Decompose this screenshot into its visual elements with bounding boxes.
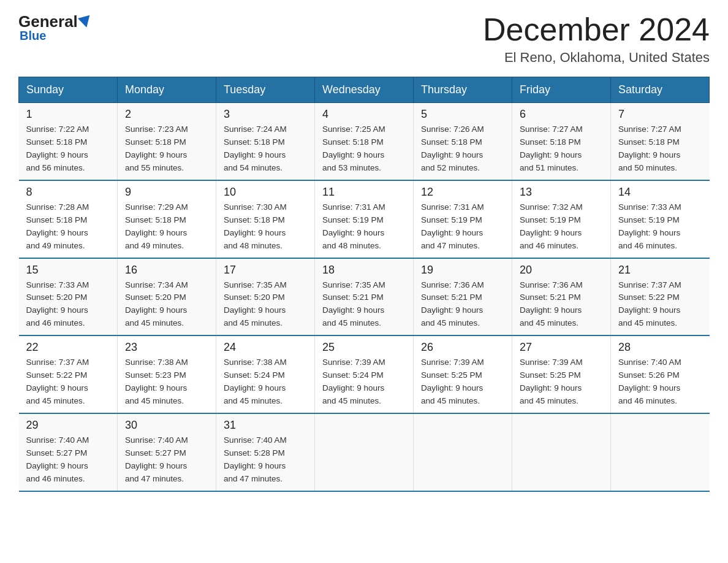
day-number: 14: [618, 186, 702, 199]
day-info: Sunrise: 7:28 AM Sunset: 5:18 PM Dayligh…: [26, 201, 110, 253]
day-info: Sunrise: 7:23 AM Sunset: 5:18 PM Dayligh…: [125, 123, 208, 175]
calendar-cell: [414, 413, 512, 491]
page-header: General Blue December 2024 El Reno, Okla…: [18, 12, 710, 66]
day-number: 1: [26, 108, 110, 121]
day-number: 16: [125, 264, 208, 277]
calendar-cell: [611, 413, 710, 491]
calendar-cell: 26 Sunrise: 7:39 AM Sunset: 5:25 PM Dayl…: [414, 335, 512, 413]
calendar-cell: 9 Sunrise: 7:29 AM Sunset: 5:18 PM Dayli…: [118, 180, 216, 258]
day-number: 6: [520, 108, 603, 121]
day-info: Sunrise: 7:39 AM Sunset: 5:24 PM Dayligh…: [322, 356, 406, 408]
calendar-cell: 16 Sunrise: 7:34 AM Sunset: 5:20 PM Dayl…: [118, 258, 216, 336]
day-info: Sunrise: 7:40 AM Sunset: 5:27 PM Dayligh…: [26, 434, 110, 486]
calendar-cell: 11 Sunrise: 7:31 AM Sunset: 5:19 PM Dayl…: [315, 180, 414, 258]
logo: General Blue: [18, 12, 93, 43]
calendar-week-5: 29 Sunrise: 7:40 AM Sunset: 5:27 PM Dayl…: [19, 413, 710, 491]
calendar-week-4: 22 Sunrise: 7:37 AM Sunset: 5:22 PM Dayl…: [19, 335, 710, 413]
day-number: 13: [520, 186, 603, 199]
day-number: 11: [322, 186, 406, 199]
day-info: Sunrise: 7:39 AM Sunset: 5:25 PM Dayligh…: [421, 356, 504, 408]
day-info: Sunrise: 7:31 AM Sunset: 5:19 PM Dayligh…: [421, 201, 504, 253]
day-info: Sunrise: 7:36 AM Sunset: 5:21 PM Dayligh…: [520, 279, 603, 331]
day-number: 24: [224, 341, 307, 354]
calendar-cell: 30 Sunrise: 7:40 AM Sunset: 5:27 PM Dayl…: [118, 413, 216, 491]
day-info: Sunrise: 7:36 AM Sunset: 5:21 PM Dayligh…: [421, 279, 504, 331]
day-info: Sunrise: 7:38 AM Sunset: 5:23 PM Dayligh…: [125, 356, 208, 408]
header-thursday: Thursday: [414, 77, 512, 103]
day-info: Sunrise: 7:35 AM Sunset: 5:21 PM Dayligh…: [322, 279, 406, 331]
day-info: Sunrise: 7:39 AM Sunset: 5:25 PM Dayligh…: [520, 356, 603, 408]
title-block: December 2024 El Reno, Oklahoma, United …: [483, 12, 710, 66]
calendar-cell: 1 Sunrise: 7:22 AM Sunset: 5:18 PM Dayli…: [19, 103, 118, 180]
calendar-cell: 18 Sunrise: 7:35 AM Sunset: 5:21 PM Dayl…: [315, 258, 414, 336]
calendar-cell: 4 Sunrise: 7:25 AM Sunset: 5:18 PM Dayli…: [315, 103, 414, 180]
calendar-cell: 13 Sunrise: 7:32 AM Sunset: 5:19 PM Dayl…: [512, 180, 611, 258]
calendar-week-1: 1 Sunrise: 7:22 AM Sunset: 5:18 PM Dayli…: [19, 103, 710, 180]
day-number: 8: [26, 186, 110, 199]
day-number: 21: [618, 264, 702, 277]
calendar-cell: 15 Sunrise: 7:33 AM Sunset: 5:20 PM Dayl…: [19, 258, 118, 336]
day-info: Sunrise: 7:40 AM Sunset: 5:27 PM Dayligh…: [125, 434, 208, 486]
header-wednesday: Wednesday: [315, 77, 414, 103]
day-info: Sunrise: 7:38 AM Sunset: 5:24 PM Dayligh…: [224, 356, 307, 408]
calendar-cell: 10 Sunrise: 7:30 AM Sunset: 5:18 PM Dayl…: [216, 180, 315, 258]
day-number: 10: [224, 186, 307, 199]
day-info: Sunrise: 7:30 AM Sunset: 5:18 PM Dayligh…: [224, 201, 307, 253]
day-number: 17: [224, 264, 307, 277]
header-monday: Monday: [118, 77, 216, 103]
calendar-cell: 6 Sunrise: 7:27 AM Sunset: 5:18 PM Dayli…: [512, 103, 611, 180]
day-info: Sunrise: 7:26 AM Sunset: 5:18 PM Dayligh…: [421, 123, 504, 175]
calendar-cell: 2 Sunrise: 7:23 AM Sunset: 5:18 PM Dayli…: [118, 103, 216, 180]
calendar-cell: 3 Sunrise: 7:24 AM Sunset: 5:18 PM Dayli…: [216, 103, 315, 180]
calendar-cell: 7 Sunrise: 7:27 AM Sunset: 5:18 PM Dayli…: [611, 103, 710, 180]
calendar-week-3: 15 Sunrise: 7:33 AM Sunset: 5:20 PM Dayl…: [19, 258, 710, 336]
day-number: 3: [224, 108, 307, 121]
calendar-cell: 8 Sunrise: 7:28 AM Sunset: 5:18 PM Dayli…: [19, 180, 118, 258]
day-info: Sunrise: 7:25 AM Sunset: 5:18 PM Dayligh…: [322, 123, 406, 175]
day-info: Sunrise: 7:33 AM Sunset: 5:20 PM Dayligh…: [26, 279, 110, 331]
logo-blue-text: Blue: [20, 29, 46, 43]
calendar-week-2: 8 Sunrise: 7:28 AM Sunset: 5:18 PM Dayli…: [19, 180, 710, 258]
calendar-table: SundayMondayTuesdayWednesdayThursdayFrid…: [18, 77, 710, 491]
header-saturday: Saturday: [611, 77, 710, 103]
day-number: 22: [26, 341, 110, 354]
day-number: 31: [224, 419, 307, 432]
calendar-cell: 28 Sunrise: 7:40 AM Sunset: 5:26 PM Dayl…: [611, 335, 710, 413]
logo-triangle-icon: [78, 15, 93, 29]
calendar-cell: 20 Sunrise: 7:36 AM Sunset: 5:21 PM Dayl…: [512, 258, 611, 336]
day-info: Sunrise: 7:24 AM Sunset: 5:18 PM Dayligh…: [224, 123, 307, 175]
day-info: Sunrise: 7:34 AM Sunset: 5:20 PM Dayligh…: [125, 279, 208, 331]
calendar-cell: 5 Sunrise: 7:26 AM Sunset: 5:18 PM Dayli…: [414, 103, 512, 180]
header-sunday: Sunday: [19, 77, 118, 103]
day-number: 9: [125, 186, 208, 199]
calendar-header-row: SundayMondayTuesdayWednesdayThursdayFrid…: [19, 77, 710, 103]
header-friday: Friday: [512, 77, 611, 103]
calendar-cell: 23 Sunrise: 7:38 AM Sunset: 5:23 PM Dayl…: [118, 335, 216, 413]
day-info: Sunrise: 7:29 AM Sunset: 5:18 PM Dayligh…: [125, 201, 208, 253]
header-tuesday: Tuesday: [216, 77, 315, 103]
page-title: December 2024: [483, 12, 710, 47]
calendar-cell: 12 Sunrise: 7:31 AM Sunset: 5:19 PM Dayl…: [414, 180, 512, 258]
day-number: 5: [421, 108, 504, 121]
day-number: 27: [520, 341, 603, 354]
day-info: Sunrise: 7:22 AM Sunset: 5:18 PM Dayligh…: [26, 123, 110, 175]
day-info: Sunrise: 7:31 AM Sunset: 5:19 PM Dayligh…: [322, 201, 406, 253]
day-info: Sunrise: 7:40 AM Sunset: 5:28 PM Dayligh…: [224, 434, 307, 486]
calendar-cell: [315, 413, 414, 491]
day-number: 4: [322, 108, 406, 121]
day-number: 12: [421, 186, 504, 199]
day-number: 15: [26, 264, 110, 277]
day-number: 23: [125, 341, 208, 354]
calendar-cell: 25 Sunrise: 7:39 AM Sunset: 5:24 PM Dayl…: [315, 335, 414, 413]
calendar-cell: 31 Sunrise: 7:40 AM Sunset: 5:28 PM Dayl…: [216, 413, 315, 491]
calendar-cell: [512, 413, 611, 491]
calendar-cell: 29 Sunrise: 7:40 AM Sunset: 5:27 PM Dayl…: [19, 413, 118, 491]
calendar-cell: 14 Sunrise: 7:33 AM Sunset: 5:19 PM Dayl…: [611, 180, 710, 258]
day-number: 26: [421, 341, 504, 354]
page-subtitle: El Reno, Oklahoma, United States: [483, 50, 710, 66]
calendar-cell: 17 Sunrise: 7:35 AM Sunset: 5:20 PM Dayl…: [216, 258, 315, 336]
day-info: Sunrise: 7:35 AM Sunset: 5:20 PM Dayligh…: [224, 279, 307, 331]
calendar-cell: 24 Sunrise: 7:38 AM Sunset: 5:24 PM Dayl…: [216, 335, 315, 413]
day-info: Sunrise: 7:40 AM Sunset: 5:26 PM Dayligh…: [618, 356, 702, 408]
day-number: 7: [618, 108, 702, 121]
